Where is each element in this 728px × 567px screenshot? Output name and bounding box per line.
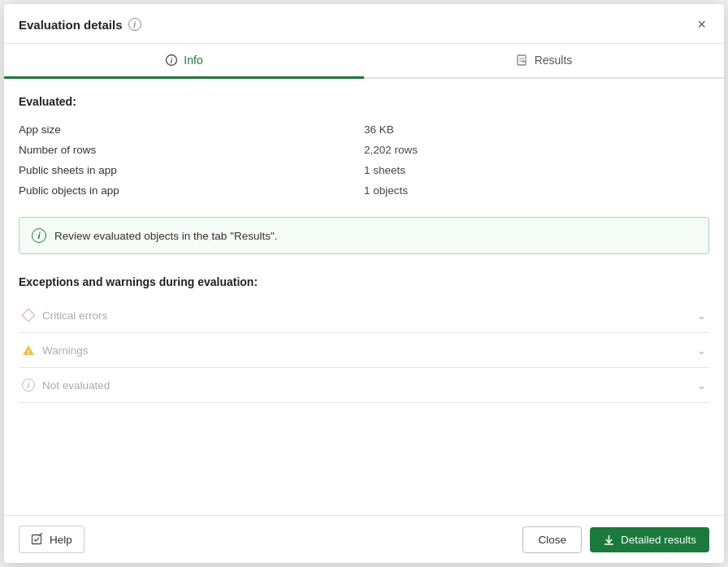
footer-right: Close Detailed results xyxy=(522,526,709,553)
table-row: App size 36 KB xyxy=(19,119,709,140)
table-row: Number of rows 2,202 rows xyxy=(19,140,709,160)
row-value: 1 objects xyxy=(364,180,709,201)
critical-chevron-icon: ⌄ xyxy=(697,309,706,322)
table-row: Public sheets in app 1 sheets xyxy=(19,160,709,180)
exceptions-title: Exceptions and warnings during evaluatio… xyxy=(19,275,709,288)
row-label: Public objects in app xyxy=(19,180,364,201)
dialog-close-button[interactable]: × xyxy=(694,15,709,33)
info-box-text: Review evaluated objects in the tab "Res… xyxy=(54,230,277,242)
accordion-not-evaluated-left: i Not evaluated xyxy=(22,379,110,392)
row-value: 36 KB xyxy=(364,119,709,140)
table-row: Public objects in app 1 objects xyxy=(19,180,709,201)
row-label: Public sheets in app xyxy=(19,160,364,180)
tab-info-label: Info xyxy=(184,54,202,67)
row-label: App size xyxy=(19,119,364,140)
dialog-footer: Help Close Detailed results xyxy=(4,515,724,563)
info-box: i Review evaluated objects in the tab "R… xyxy=(19,217,709,254)
tab-results[interactable]: Results xyxy=(364,44,724,79)
dialog-header: Evaluation details i × xyxy=(4,4,724,44)
close-dialog-button[interactable]: Close xyxy=(522,526,582,553)
help-label: Help xyxy=(50,534,72,546)
evaluated-table: App size 36 KB Number of rows 2,202 rows… xyxy=(19,119,709,201)
warning-triangle-icon: ! xyxy=(22,344,35,357)
tab-results-label: Results xyxy=(535,54,573,67)
warnings-label: Warnings xyxy=(42,344,89,357)
evaluated-section-title: Evaluated: xyxy=(19,95,709,108)
help-button[interactable]: Help xyxy=(19,526,84,553)
svg-text:i: i xyxy=(171,57,173,65)
accordion-not-evaluated-header[interactable]: i Not evaluated ⌄ xyxy=(19,368,709,402)
accordion-warnings-left: ! Warnings xyxy=(22,344,89,357)
accordion-warnings: ! Warnings ⌄ xyxy=(19,333,709,368)
help-icon xyxy=(31,533,44,546)
dialog-body: Evaluated: App size 36 KB Number of rows… xyxy=(4,79,724,515)
svg-text:!: ! xyxy=(28,348,30,356)
title-info-icon: i xyxy=(128,18,141,31)
tab-info[interactable]: i Info xyxy=(4,44,364,79)
accordion-critical-header[interactable]: Critical errors ⌄ xyxy=(19,298,709,332)
warnings-chevron-icon: ⌄ xyxy=(697,344,706,357)
not-evaluated-label: Not evaluated xyxy=(42,379,110,392)
accordion-critical-left: Critical errors xyxy=(22,309,107,322)
results-tab-icon xyxy=(516,54,529,67)
svg-rect-7 xyxy=(32,535,41,544)
critical-diamond-icon xyxy=(22,309,35,322)
accordion-critical: Critical errors ⌄ xyxy=(19,298,709,333)
row-value: 1 sheets xyxy=(364,160,709,180)
not-evaluated-icon: i xyxy=(22,379,35,392)
evaluation-details-dialog: Evaluation details i × i Info xyxy=(4,4,724,563)
not-evaluated-chevron-icon: ⌄ xyxy=(697,379,706,392)
accordion-not-evaluated: i Not evaluated ⌄ xyxy=(19,368,709,403)
critical-errors-label: Critical errors xyxy=(42,309,107,322)
download-icon xyxy=(603,534,615,546)
svg-rect-2 xyxy=(518,55,526,65)
detailed-results-label: Detailed results xyxy=(621,534,696,546)
tabs-bar: i Info Results xyxy=(4,44,724,79)
row-value: 2,202 rows xyxy=(364,140,709,160)
dialog-title: Evaluation details i xyxy=(19,18,141,32)
info-tab-icon: i xyxy=(165,54,178,67)
detailed-results-button[interactable]: Detailed results xyxy=(590,527,709,552)
row-label: Number of rows xyxy=(19,140,364,160)
info-box-icon: i xyxy=(32,228,46,243)
title-text: Evaluation details xyxy=(19,18,123,32)
accordion-warnings-header[interactable]: ! Warnings ⌄ xyxy=(19,333,709,367)
